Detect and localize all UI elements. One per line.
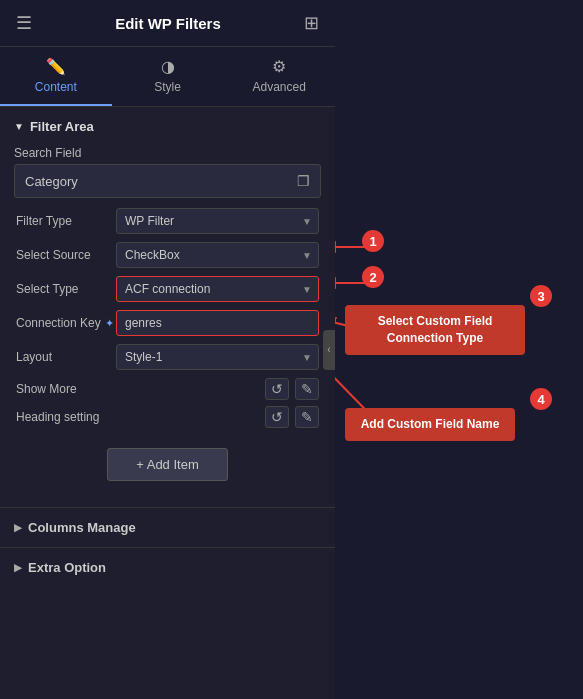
panel-title: Edit WP Filters xyxy=(115,15,221,32)
panel-header: ☰ Edit WP Filters ⊞ xyxy=(0,0,335,47)
columns-manage-label: Columns Manage xyxy=(28,520,136,535)
select-type-control: ACF connection Taxonomy Custom ▼ xyxy=(116,276,319,302)
annotations-overlay: 1 2 3 Select Custom Field Connection Typ… xyxy=(335,0,583,699)
badge-1: 1 xyxy=(362,230,384,252)
columns-manage-section[interactable]: ▶ Columns Manage xyxy=(0,507,335,547)
content-tab-icon: ✏️ xyxy=(46,57,66,76)
extra-option-section[interactable]: ▶ Extra Option xyxy=(0,547,335,587)
filter-area-header[interactable]: ▼ Filter Area xyxy=(14,119,321,134)
heading-setting-edit-icon[interactable]: ✎ xyxy=(295,406,319,428)
tab-content[interactable]: ✏️ Content xyxy=(0,47,112,106)
columns-manage-arrow: ▶ xyxy=(14,522,22,533)
connection-key-settings-icon[interactable]: ✦ xyxy=(105,317,114,330)
style-tab-label: Style xyxy=(154,80,181,94)
copy-icon[interactable]: ❐ xyxy=(297,173,310,189)
advanced-tab-label: Advanced xyxy=(252,80,305,94)
category-value: Category xyxy=(25,174,78,189)
select-type-label: Select Type xyxy=(16,282,116,296)
advanced-tab-icon: ⚙ xyxy=(272,57,286,76)
connection-key-input[interactable] xyxy=(116,310,319,336)
tabs-bar: ✏️ Content ◑ Style ⚙ Advanced xyxy=(0,47,335,107)
heading-setting-label: Heading setting xyxy=(16,410,99,424)
badge-3: 3 xyxy=(530,285,552,307)
layout-row: Layout Style-1 Style-2 Style-3 ▼ xyxy=(14,344,321,370)
panel-content: ▼ Filter Area Search Field Category ❐ Fi… xyxy=(0,107,335,699)
connection-key-control xyxy=(116,310,319,336)
filter-type-row: Filter Type WP Filter Meta Filter ▼ xyxy=(14,208,321,234)
connection-key-label-container: Connection Key ✦ xyxy=(16,316,116,330)
filter-type-label: Filter Type xyxy=(16,214,116,228)
layout-control: Style-1 Style-2 Style-3 ▼ xyxy=(116,344,319,370)
editor-panel: ☰ Edit WP Filters ⊞ ✏️ Content ◑ Style ⚙… xyxy=(0,0,335,699)
filter-area-arrow: ▼ xyxy=(14,121,24,132)
connection-key-row: Connection Key ✦ xyxy=(14,310,321,336)
style-tab-icon: ◑ xyxy=(161,57,175,76)
category-row: Category ❐ xyxy=(14,164,321,198)
grid-icon[interactable]: ⊞ xyxy=(304,12,319,34)
filter-type-control: WP Filter Meta Filter ▼ xyxy=(116,208,319,234)
collapse-handle[interactable]: ‹ xyxy=(323,330,335,370)
menu-icon[interactable]: ☰ xyxy=(16,12,32,34)
select-source-row: Select Source CheckBox Radio Dropdown ▼ xyxy=(14,242,321,268)
heading-setting-row: Heading setting ↺ ✎ xyxy=(14,406,321,428)
extra-option-header: ▶ Extra Option xyxy=(14,560,321,575)
badge-2: 2 xyxy=(362,266,384,288)
extra-option-label: Extra Option xyxy=(28,560,106,575)
layout-select[interactable]: Style-1 Style-2 Style-3 xyxy=(116,344,319,370)
add-item-row: + Add Item xyxy=(14,434,321,495)
search-field-label: Search Field xyxy=(14,146,321,160)
add-item-button[interactable]: + Add Item xyxy=(107,448,228,481)
connection-key-label: Connection Key xyxy=(16,316,101,330)
extra-option-arrow: ▶ xyxy=(14,562,22,573)
callout-4: Add Custom Field Name xyxy=(345,408,515,441)
show-more-label: Show More xyxy=(16,382,77,396)
heading-setting-actions: ↺ ✎ xyxy=(265,406,319,428)
select-type-row: Select Type ACF connection Taxonomy Cust… xyxy=(14,276,321,302)
show-more-actions: ↺ ✎ xyxy=(265,378,319,400)
heading-setting-reset-icon[interactable]: ↺ xyxy=(265,406,289,428)
layout-label: Layout xyxy=(16,350,116,364)
filter-area-section: ▼ Filter Area Search Field Category ❐ Fi… xyxy=(0,107,335,507)
show-more-row: Show More ↺ ✎ xyxy=(14,378,321,400)
callout-3: Select Custom Field Connection Type xyxy=(345,305,525,355)
select-source-select[interactable]: CheckBox Radio Dropdown xyxy=(116,242,319,268)
select-source-label: Select Source xyxy=(16,248,116,262)
content-tab-label: Content xyxy=(35,80,77,94)
tab-style[interactable]: ◑ Style xyxy=(112,47,224,106)
filter-type-select[interactable]: WP Filter Meta Filter xyxy=(116,208,319,234)
select-source-control: CheckBox Radio Dropdown ▼ xyxy=(116,242,319,268)
filter-area-label: Filter Area xyxy=(30,119,94,134)
columns-manage-header: ▶ Columns Manage xyxy=(14,520,321,535)
show-more-reset-icon[interactable]: ↺ xyxy=(265,378,289,400)
badge-4: 4 xyxy=(530,388,552,410)
tab-advanced[interactable]: ⚙ Advanced xyxy=(223,47,335,106)
show-more-edit-icon[interactable]: ✎ xyxy=(295,378,319,400)
select-type-select[interactable]: ACF connection Taxonomy Custom xyxy=(116,276,319,302)
